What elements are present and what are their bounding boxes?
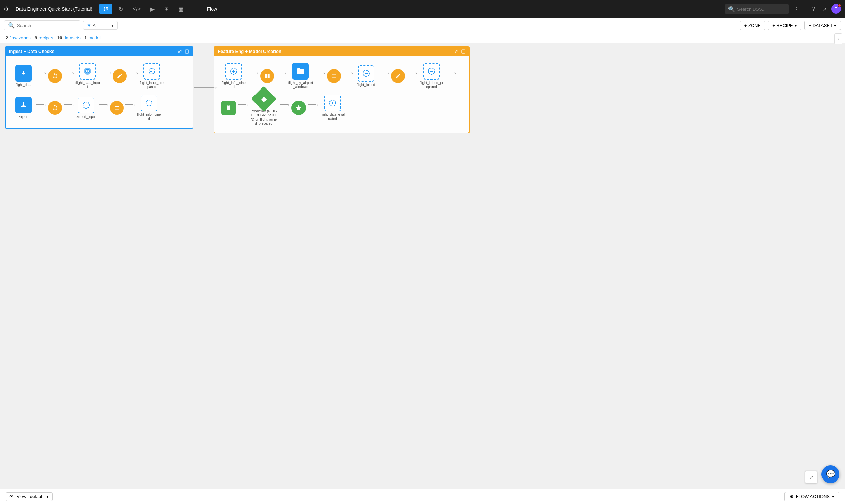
flight-data-input-icon: [79, 63, 96, 80]
flight-data-input-node[interactable]: flight_data_input: [75, 63, 100, 89]
user-avatar[interactable]: T: [831, 4, 841, 14]
flight-info-joined-node-b[interactable]: flight_info_joined: [221, 63, 246, 89]
global-search-input[interactable]: [737, 7, 786, 12]
model-count: 1: [84, 35, 87, 40]
ingest-zone: Ingest + Data Checks ⤢ ▢ flight_data: [5, 46, 193, 129]
feature-zone-body: flight_info_joined › ›: [214, 56, 470, 133]
recipe-sync-node[interactable]: [47, 69, 63, 83]
expand-feature-icon[interactable]: ⤢: [454, 48, 458, 54]
refresh-icon[interactable]: ↻: [115, 4, 127, 15]
flow-nav-icon[interactable]: [99, 4, 112, 14]
flight-info-joined-node-a[interactable]: flight_info_joined: [137, 95, 161, 121]
play-icon[interactable]: ▶: [147, 4, 158, 15]
airport-row: airport › ›: [12, 95, 186, 121]
flight-joined-prepared-label: flight_joined_prepared: [419, 81, 444, 89]
arrow-f5: ›: [378, 70, 391, 82]
flight-data-row: flight_data › ›: [12, 63, 186, 89]
dashboard-icon[interactable]: ▦: [175, 4, 187, 15]
flow-label: Flow: [207, 6, 217, 12]
flight-data-label: flight_data: [16, 83, 31, 87]
prediction-node[interactable]: ◆ Prediction (RIDGE_REGRESSION) on fligh…: [250, 90, 278, 126]
collapse-zone-icon[interactable]: ▢: [185, 48, 189, 54]
airport-input-node[interactable]: airport_input: [75, 97, 97, 119]
model-link[interactable]: model: [89, 35, 101, 40]
add-recipe-button[interactable]: + RECIPE ▾: [768, 21, 801, 30]
arrow-connector: ›: [35, 70, 47, 82]
arrow-connector: ›: [100, 70, 113, 82]
feature-zone-header: Feature Eng + Model Creation ⤢ ▢: [214, 46, 470, 56]
flight-joined-node[interactable]: flight_joined: [355, 65, 377, 87]
feature-zone-title: Feature Eng + Model Creation: [218, 49, 281, 54]
ingest-zone-header: Ingest + Data Checks ⤢ ▢: [5, 46, 193, 56]
flow-search-box[interactable]: 🔍: [4, 20, 80, 30]
dataset-count: 10: [57, 35, 62, 40]
expand-zone-icon[interactable]: ⤢: [178, 48, 182, 54]
flight-joined-prepared-node[interactable]: flight_joined_prepared: [419, 63, 444, 89]
join-recipe-icon: [110, 101, 124, 115]
arrow-f6: ›: [406, 70, 418, 82]
filter-label: All: [93, 23, 98, 28]
trend-icon[interactable]: ↗: [820, 4, 828, 15]
airport-node[interactable]: airport: [12, 97, 35, 119]
filter-icon: ▼: [87, 23, 91, 28]
prediction-label: Prediction (RIDGE_REGRESSION) on flight_…: [250, 109, 278, 126]
flight-data-node[interactable]: flight_data: [12, 65, 35, 87]
back-arrow-btn[interactable]: ‹: [834, 33, 842, 44]
airport-sync-recipe[interactable]: [47, 101, 63, 115]
help-icon[interactable]: ?: [810, 4, 817, 14]
score-recipe-icon: [291, 101, 306, 115]
flight-joined-prepared-icon: [423, 63, 440, 80]
zone-link[interactable]: flow zones: [9, 35, 30, 40]
airport-input-icon: [78, 97, 94, 113]
flow-toolbar: 🔍 ▼ All ▾ + ZONE + RECIPE ▾ + DATASET ▾: [0, 18, 845, 33]
airport-input-label: airport_input: [77, 115, 96, 119]
recipe-link[interactable]: recipes: [39, 35, 53, 40]
filter-chevron: ▾: [111, 23, 114, 28]
grid-apps-icon[interactable]: ⋮⋮: [792, 4, 807, 15]
arrow-f7: ›: [445, 70, 457, 82]
top-navigation: ✈ Data Engineer Quick Start (Tutorial) ↻…: [0, 0, 845, 18]
dataset-link[interactable]: datasets: [64, 35, 81, 40]
flight-by-airport-windows-node[interactable]: flight_by_airport_windows: [288, 63, 313, 89]
score-recipe-node[interactable]: [291, 101, 306, 115]
prepare-recipe-icon: [113, 69, 127, 83]
airport-label: airport: [19, 115, 28, 119]
airport-sync-icon: [48, 101, 62, 115]
join-recipe-2-node[interactable]: [327, 69, 341, 83]
flight-joined-label: flight_joined: [357, 83, 375, 87]
add-zone-button[interactable]: + ZONE: [740, 21, 765, 30]
global-search-box[interactable]: 🔍: [725, 4, 789, 14]
svg-rect-5: [265, 74, 267, 76]
prepare-recipe-node[interactable]: [113, 69, 127, 83]
train-recipe-node[interactable]: [221, 101, 236, 115]
svg-rect-6: [267, 74, 269, 76]
window-recipe-node[interactable]: [260, 69, 274, 83]
flight-data-evaluated-node[interactable]: flight_data_evaluated: [320, 95, 345, 121]
toolbar-actions: + ZONE + RECIPE ▾ + DATASET ▾: [740, 21, 841, 30]
window-recipe-icon: [260, 69, 274, 83]
add-dataset-button[interactable]: + DATASET ▾: [804, 21, 841, 30]
zone-count: 2: [6, 35, 8, 40]
prepare-recipe-2-node[interactable]: [391, 69, 405, 83]
arrow-f10: ›: [307, 102, 319, 114]
feature-zone: Feature Eng + Model Creation ⤢ ▢ flight_…: [214, 46, 470, 133]
feature-zone-header-icons: ⤢ ▢: [454, 48, 465, 54]
flow-summary: 2 flow zones 9 recipes 10 datasets 1 mod…: [0, 33, 845, 43]
more-icon[interactable]: ···: [190, 4, 201, 14]
expand-canvas-btn[interactable]: ⤢: [805, 471, 817, 483]
flight-info-joined-icon-b: [225, 63, 242, 80]
ingest-zone-body: flight_data › ›: [5, 56, 193, 129]
arrow-connector: ›: [97, 102, 110, 114]
join-recipe-node[interactable]: [110, 101, 124, 115]
filter-dropdown[interactable]: ▼ All ▾: [83, 21, 118, 30]
topnav-right: 🔍 ⋮⋮ ? ↗ T: [725, 4, 841, 15]
table-icon[interactable]: ⊞: [161, 4, 172, 15]
collapse-feature-icon[interactable]: ▢: [461, 48, 465, 54]
code-icon[interactable]: </>: [129, 4, 144, 14]
arrow-f2: ›: [275, 70, 288, 82]
flow-search-input[interactable]: [17, 23, 76, 28]
flight-input-prepared-node[interactable]: flight_input_prepared: [139, 63, 164, 89]
recipe-count: 9: [35, 35, 37, 40]
flight-joined-icon: [358, 65, 374, 82]
chat-button[interactable]: 💬: [821, 465, 839, 483]
